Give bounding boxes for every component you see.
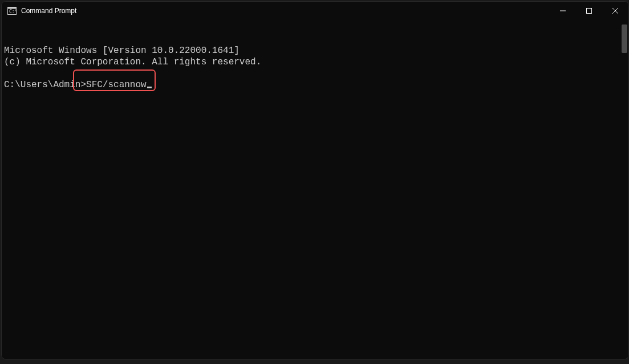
minimize-button[interactable]: [550, 2, 576, 20]
window-controls: [550, 2, 628, 20]
cmd-icon: C:\: [7, 6, 17, 15]
prompt-line: C:\Users\Admin>SFC/scannow: [4, 79, 626, 91]
vertical-scrollbar[interactable]: [622, 24, 627, 53]
titlebar[interactable]: C:\ Command Prompt: [2, 2, 628, 20]
copyright-line: (c) Microsoft Corporation. All rights re…: [4, 56, 626, 68]
command-prompt-window: C:\ Command Prompt Micro: [1, 1, 629, 359]
blank-line: [4, 68, 626, 79]
maximize-button[interactable]: [576, 2, 602, 20]
close-button[interactable]: [602, 2, 628, 20]
svg-text:C:\: C:\: [9, 9, 17, 14]
window-title: Command Prompt: [21, 7, 550, 15]
cursor: [147, 87, 152, 88]
svg-rect-4: [587, 9, 592, 14]
prompt-path: C:\Users\Admin>: [4, 79, 86, 91]
terminal-area[interactable]: Microsoft Windows [Version 10.0.22000.16…: [2, 20, 628, 359]
version-line: Microsoft Windows [Version 10.0.22000.16…: [4, 45, 626, 56]
command-input[interactable]: SFC/scannow: [86, 79, 147, 91]
